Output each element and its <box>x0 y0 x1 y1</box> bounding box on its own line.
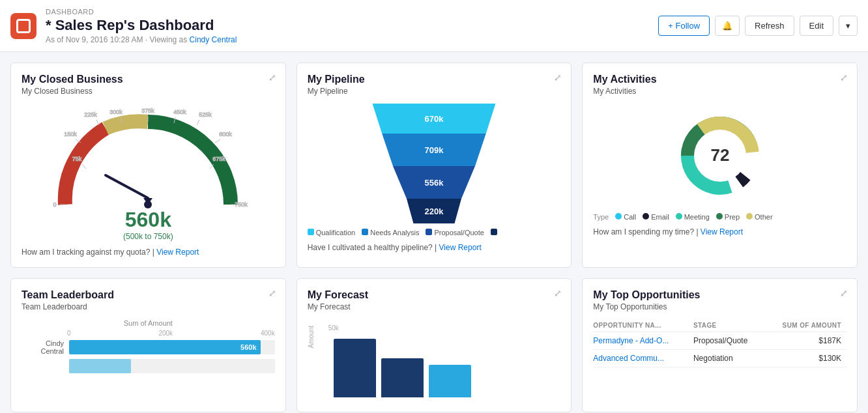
bar-row-1: Cindy Central 560k <box>22 339 275 355</box>
fc-bar-3 <box>429 365 471 397</box>
expand-icon[interactable]: ⤢ <box>840 288 848 298</box>
gauge-svg: 0 75k 150k 225k 300k 375k <box>47 104 249 214</box>
dashboard-label: DASHBOARD <box>46 8 658 16</box>
top-opp-title: My Top Opportunities <box>593 289 846 301</box>
top-opp-subtitle: My Top Opportunities <box>593 302 846 311</box>
bar-label-1: Cindy Central <box>22 339 64 355</box>
legend-item: Other <box>746 213 773 221</box>
fc-bar-1 <box>334 339 376 397</box>
leaderboard-title: Team Leaderboard <box>22 289 275 301</box>
expand-icon[interactable]: ⤢ <box>268 72 276 83</box>
opp-name-2: Advanced Commu... <box>593 350 693 367</box>
table-row: Permadyne - Add-O... Proposal/Quote $187… <box>593 332 846 350</box>
legend-item: Qualification <box>308 229 356 236</box>
legend-item: Proposal/Quote <box>426 229 484 236</box>
funnel-seg-4: 220k <box>366 199 502 223</box>
activities-footer: How am I spending my time? | View Report <box>593 227 846 236</box>
svg-text:450k: 450k <box>174 109 187 115</box>
bar-axis: 0 200k 400k <box>22 330 275 337</box>
notifications-button[interactable]: 🔔 <box>715 16 740 36</box>
pipeline-card: ⤢ My Pipeline My Pipeline 670k 709k 556k… <box>297 63 572 268</box>
y-axis-label: Amount <box>308 326 315 348</box>
refresh-button[interactable]: Refresh <box>745 16 794 36</box>
expand-icon[interactable]: ⤢ <box>268 288 276 298</box>
pipeline-subtitle: My Pipeline <box>308 87 561 96</box>
svg-text:150k: 150k <box>65 131 78 137</box>
bar-row-2 <box>22 359 275 373</box>
forecast-chart: Amount 50k <box>308 319 561 397</box>
bar-fill-2 <box>69 359 131 373</box>
forecast-bar-2 <box>381 319 424 397</box>
bar-track-1: 560k <box>69 340 275 354</box>
legend-label: Type <box>593 213 609 221</box>
header-text: DASHBOARD * Sales Rep's Dashboard As of … <box>46 8 658 44</box>
opp-amount-1: $187K <box>767 332 846 350</box>
expand-icon[interactable]: ⤢ <box>554 288 562 298</box>
donut-container: 72 <box>593 104 846 208</box>
header-actions: + Follow 🔔 Refresh Edit ▾ <box>658 16 858 36</box>
activities-card: ⤢ My Activities My Activities 72 <box>582 63 858 268</box>
header-subtitle: As of Nov 9, 2016 10:28 AM · Viewing as … <box>46 35 658 44</box>
legend-item: Email <box>643 213 669 221</box>
axis-label: Sum of Amount <box>22 319 275 327</box>
funnel-container: 670k 709k 556k 220k <box>308 104 561 223</box>
opp-amount-2: $130K <box>767 350 846 367</box>
bar-chart: Sum of Amount 0 200k 400k Cindy Central … <box>22 319 275 373</box>
gauge-container: 0 75k 150k 225k 300k 375k <box>22 104 275 241</box>
forecast-bar-1 <box>334 319 376 397</box>
legend-item <box>491 229 499 236</box>
opp-stage-1: Proposal/Quote <box>693 332 767 350</box>
table-row: Advanced Commu... Negotiation $130K <box>593 350 846 367</box>
gauge-needle <box>106 175 148 198</box>
legend-item: Prep <box>716 213 740 221</box>
forecast-subtitle: My Forecast <box>308 302 561 311</box>
top-opportunities-card: ⤢ My Top Opportunities My Top Opportunit… <box>582 278 858 412</box>
svg-text:600k: 600k <box>220 131 233 137</box>
expand-icon[interactable]: ⤢ <box>554 72 562 83</box>
leaderboard-subtitle: Team Leaderboard <box>22 302 275 311</box>
follow-button[interactable]: + Follow <box>658 16 710 36</box>
svg-line-14 <box>197 120 199 125</box>
forecast-title: My Forecast <box>308 289 561 301</box>
leaderboard-card: ⤢ Team Leaderboard Team Leaderboard Sum … <box>10 278 286 412</box>
donut-svg: 72 <box>661 104 779 208</box>
page-title: * Sales Rep's Dashboard <box>46 17 658 34</box>
svg-text:750k: 750k <box>235 201 248 208</box>
col-header-name: OPPORTUNITY NA... <box>593 319 693 332</box>
col-header-stage: STAGE <box>693 319 767 332</box>
pipeline-legend: Qualification Needs Analysis Proposal/Qu… <box>308 229 561 236</box>
pipeline-report-link[interactable]: View Report <box>439 243 482 252</box>
funnel-seg-3: 556k <box>366 166 502 199</box>
y-axis-value: 50k <box>328 324 339 332</box>
closed-business-card: ⤢ My Closed Business My Closed Business … <box>10 63 286 268</box>
forecast-bar-3 <box>429 319 471 397</box>
expand-icon[interactable]: ⤢ <box>840 72 848 83</box>
svg-line-6 <box>96 120 99 125</box>
subtitle-text: As of Nov 9, 2016 10:28 AM · Viewing as <box>46 35 187 44</box>
gauge-range: (500k to 750k) <box>123 232 173 241</box>
funnel-seg-1: 670k <box>366 104 502 134</box>
closed-business-report-link[interactable]: View Report <box>156 248 199 257</box>
opp-stage-2: Negotiation <box>693 350 767 367</box>
svg-text:300k: 300k <box>110 109 123 115</box>
more-button[interactable]: ▾ <box>839 16 858 36</box>
forecast-card: ⤢ My Forecast My Forecast Amount 50k <box>297 278 572 412</box>
viewing-as-link[interactable]: Cindy Central <box>190 35 237 44</box>
svg-text:75k: 75k <box>72 156 82 162</box>
legend-item: Call <box>615 213 636 221</box>
pipeline-footer: Have I cultivated a healthy pipeline? | … <box>308 243 561 252</box>
fc-bar-2 <box>381 358 424 397</box>
app-logo <box>10 13 36 39</box>
activities-report-link[interactable]: View Report <box>701 227 743 236</box>
bar-fill-1: 560k <box>69 340 261 354</box>
closed-business-title: My Closed Business <box>22 74 275 85</box>
header: DASHBOARD * Sales Rep's Dashboard As of … <box>0 0 868 52</box>
svg-text:225k: 225k <box>85 111 98 118</box>
svg-line-2 <box>82 164 86 169</box>
svg-text:0: 0 <box>53 201 57 208</box>
svg-text:375k: 375k <box>142 107 155 114</box>
legend-item: Meeting <box>676 213 710 221</box>
closed-business-footer: How am I tracking against my quota? | Vi… <box>22 248 275 257</box>
edit-button[interactable]: Edit <box>800 16 833 36</box>
activities-title: My Activities <box>593 74 846 85</box>
